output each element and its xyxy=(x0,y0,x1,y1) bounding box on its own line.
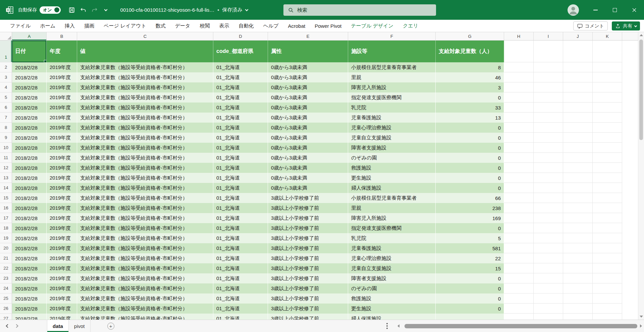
row-header-4[interactable]: 4 xyxy=(0,82,12,92)
empty-cell[interactable] xyxy=(504,223,534,233)
cell[interactable]: 2018/2/28 xyxy=(12,82,47,92)
empty-cell[interactable] xyxy=(504,82,534,92)
empty-cell[interactable] xyxy=(563,92,593,103)
cell[interactable]: 2019年度 xyxy=(47,263,77,273)
cell[interactable]: 障害児入所施設 xyxy=(348,213,436,223)
cell[interactable]: 0歳から3歳未満 xyxy=(268,92,348,103)
empty-cell[interactable] xyxy=(593,153,622,163)
empty-cell[interactable] xyxy=(504,153,534,163)
cell[interactable]: 0 xyxy=(436,163,504,173)
cell[interactable]: 01_北海道 xyxy=(213,223,268,233)
empty-cell[interactable] xyxy=(563,153,593,163)
cell[interactable]: 2019年度 xyxy=(47,92,77,103)
empty-cell[interactable] xyxy=(534,233,563,243)
cell[interactable]: 0 xyxy=(436,143,504,153)
empty-cell[interactable] xyxy=(504,72,534,82)
header-cell[interactable]: 施設等 xyxy=(348,41,436,62)
cell[interactable]: 2019年度 xyxy=(47,203,77,213)
cell[interactable]: 0 xyxy=(436,92,504,103)
row-header-26[interactable]: 26 xyxy=(0,304,12,314)
cell[interactable]: 2019年度 xyxy=(47,153,77,163)
ribbon-tab-page-layout[interactable]: ページ レイアウト xyxy=(99,20,151,32)
sheet-nav-left-button[interactable] xyxy=(3,320,12,332)
share-button[interactable]: 共有 xyxy=(612,21,640,30)
cell[interactable]: 支給対象児童数（施設等受給資格者-市町村分） xyxy=(77,123,213,133)
empty-cell[interactable] xyxy=(563,314,593,320)
empty-cell[interactable] xyxy=(504,143,534,153)
ribbon-tab-formulas[interactable]: 数式 xyxy=(151,20,170,32)
undo-button[interactable] xyxy=(77,4,89,16)
empty-cell[interactable] xyxy=(593,203,622,213)
empty-cell[interactable] xyxy=(593,133,622,143)
column-header-J[interactable]: J xyxy=(563,32,593,40)
empty-cell[interactable] xyxy=(534,193,563,203)
cell[interactable]: 障害者支援施設 xyxy=(348,273,436,283)
empty-cell[interactable] xyxy=(504,263,534,273)
cell[interactable]: 3歳以上小学校修了前 xyxy=(268,203,348,213)
empty-cell[interactable] xyxy=(563,72,593,82)
header-cell[interactable]: code_都道府県 xyxy=(213,41,268,62)
empty-cell[interactable] xyxy=(563,41,593,62)
empty-cell[interactable] xyxy=(534,253,563,263)
empty-cell[interactable] xyxy=(563,133,593,143)
cell[interactable]: 2018/2/28 xyxy=(12,62,47,72)
empty-cell[interactable] xyxy=(534,173,563,183)
empty-cell[interactable] xyxy=(504,113,534,123)
empty-cell[interactable] xyxy=(534,314,563,320)
empty-cell[interactable] xyxy=(593,293,622,304)
empty-cell[interactable] xyxy=(563,263,593,273)
row-header-7[interactable]: 7 xyxy=(0,113,12,123)
empty-cell[interactable] xyxy=(504,253,534,263)
cell[interactable]: 01_北海道 xyxy=(213,62,268,72)
excel-app-icon[interactable]: X xyxy=(5,5,15,15)
cell[interactable]: 33 xyxy=(436,103,504,113)
row-header-20[interactable]: 20 xyxy=(0,243,12,253)
cell[interactable]: 支給対象児童数（施設等受給資格者-市町村分） xyxy=(77,283,213,293)
cell[interactable]: 支給対象児童数（施設等受給資格者-市町村分） xyxy=(77,72,213,82)
empty-cell[interactable] xyxy=(593,82,622,92)
cell[interactable]: 里親 xyxy=(348,203,436,213)
add-sheet-button[interactable]: + xyxy=(107,323,114,330)
cell[interactable]: 支給対象児童数（施設等受給資格者-市町村分） xyxy=(77,213,213,223)
minimize-button[interactable] xyxy=(586,0,605,20)
empty-cell[interactable] xyxy=(534,72,563,82)
cell[interactable]: 支給対象児童数（施設等受給資格者-市町村分） xyxy=(77,304,213,314)
cell[interactable]: 3歳以上小学校修了前 xyxy=(268,314,348,320)
empty-cell[interactable] xyxy=(534,293,563,304)
empty-cell[interactable] xyxy=(593,283,622,293)
row-header-9[interactable]: 9 xyxy=(0,133,12,143)
cell[interactable]: 0歳から3歳未満 xyxy=(268,143,348,153)
empty-cell[interactable] xyxy=(563,193,593,203)
empty-cell[interactable] xyxy=(593,223,622,233)
empty-cell[interactable] xyxy=(593,263,622,273)
horizontal-scroll-thumb[interactable] xyxy=(405,324,637,328)
cell[interactable]: 0歳から3歳未満 xyxy=(268,123,348,133)
cell[interactable]: 支給対象児童数（施設等受給資格者-市町村分） xyxy=(77,153,213,163)
row-header-13[interactable]: 13 xyxy=(0,173,12,183)
empty-cell[interactable] xyxy=(563,223,593,233)
cell[interactable]: 0歳から3歳未満 xyxy=(268,163,348,173)
row-header-25[interactable]: 25 xyxy=(0,293,12,304)
cell[interactable]: 児童心理治療施設 xyxy=(348,253,436,263)
cell[interactable]: 救護施設 xyxy=(348,293,436,304)
empty-cell[interactable] xyxy=(593,72,622,82)
cell[interactable]: 3歳以上小学校修了前 xyxy=(268,293,348,304)
ribbon-tab-view[interactable]: 表示 xyxy=(214,20,234,32)
ribbon-tab-query[interactable]: クエリ xyxy=(398,20,423,32)
ribbon-tab-home[interactable]: ホーム xyxy=(35,20,60,32)
cell[interactable]: 3歳以上小学校修了前 xyxy=(268,283,348,293)
empty-cell[interactable] xyxy=(534,143,563,153)
cell[interactable]: 13 xyxy=(436,113,504,123)
ribbon-tab-insert[interactable]: 挿入 xyxy=(60,20,79,32)
row-header-12[interactable]: 12 xyxy=(0,163,12,173)
empty-cell[interactable] xyxy=(563,82,593,92)
cell[interactable]: 3 xyxy=(436,82,504,92)
empty-cell[interactable] xyxy=(534,82,563,92)
cell[interactable]: 2019年度 xyxy=(47,293,77,304)
cell[interactable]: 2019年度 xyxy=(47,243,77,253)
empty-cell[interactable] xyxy=(534,113,563,123)
cell[interactable]: 169 xyxy=(436,213,504,223)
cell[interactable]: 2019年度 xyxy=(47,283,77,293)
cell[interactable]: 支給対象児童数（施設等受給資格者-市町村分） xyxy=(77,82,213,92)
empty-cell[interactable] xyxy=(504,133,534,143)
